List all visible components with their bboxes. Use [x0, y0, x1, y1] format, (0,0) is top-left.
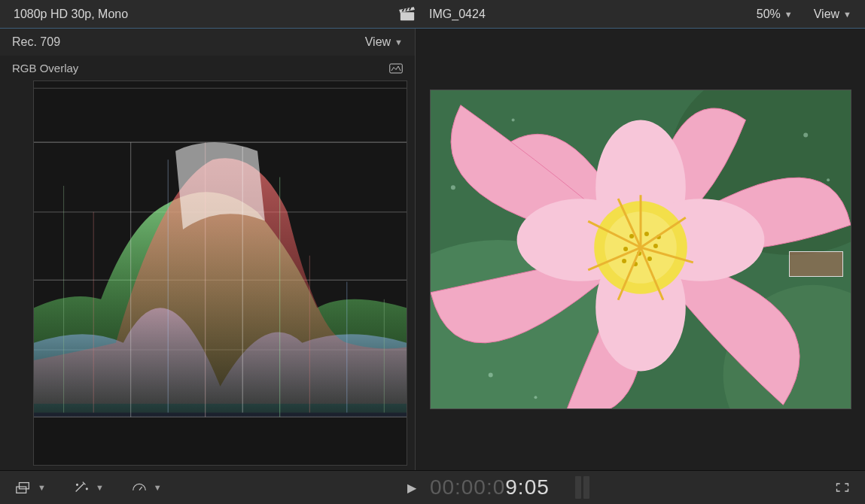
svg-point-23 [511, 119, 514, 122]
clip-appearance-tool[interactable]: ▼ [15, 480, 46, 495]
clip-name: IMG_0424 [429, 8, 486, 21]
svg-point-40 [623, 247, 628, 251]
zoom-value: 50% [757, 8, 781, 21]
svg-line-57 [139, 487, 142, 490]
svg-rect-1 [390, 64, 403, 73]
chevron-down-icon: ▼ [154, 483, 162, 492]
svg-point-55 [76, 484, 78, 485]
scopes-header: Rec. 709 View ▼ [0, 29, 415, 56]
svg-point-36 [629, 234, 634, 238]
scopes-view-dropdown[interactable]: View ▼ [365, 35, 403, 49]
chevron-down-icon: ▼ [96, 483, 104, 492]
svg-point-37 [644, 232, 648, 236]
color-picker-swatch[interactable] [789, 251, 843, 277]
timecode-dim: 00:00:0 [430, 475, 505, 499]
main-area: Rec. 709 View ▼ RGB Overlay 120 100 75 5… [0, 29, 865, 471]
viewer-pane [416, 29, 865, 470]
color-space-label: Rec. 709 [12, 35, 60, 49]
fullscreen-button[interactable] [835, 481, 850, 493]
waveform-display[interactable] [33, 80, 407, 466]
scopes-pane: Rec. 709 View ▼ RGB Overlay 120 100 75 5… [0, 29, 416, 470]
timecode-display[interactable]: 00:00:09:05 [430, 475, 550, 499]
svg-point-29 [534, 396, 537, 399]
retime-tool[interactable]: ▼ [131, 480, 162, 495]
view-label: View [814, 8, 839, 21]
svg-rect-53 [17, 487, 26, 493]
format-label: 1080p HD 30p, Mono [14, 8, 128, 21]
scope-chart: 120 100 75 50 25 0 -20 [0, 77, 415, 470]
chevron-down-icon: ▼ [394, 38, 403, 47]
chevron-down-icon: ▼ [843, 10, 851, 19]
svg-rect-54 [20, 483, 29, 489]
svg-point-38 [653, 244, 657, 248]
zoom-dropdown[interactable]: 50% ▼ [757, 8, 793, 21]
enhance-tool[interactable]: ▼ [73, 480, 104, 495]
play-button[interactable]: ▶ [407, 481, 416, 495]
transport-controls: ▶ 00:00:09:05 [162, 475, 835, 499]
svg-point-26 [827, 178, 830, 181]
svg-point-56 [86, 488, 87, 490]
scopes-view-label: View [365, 35, 391, 49]
overlay-mode-label: RGB Overlay [12, 62, 78, 74]
svg-point-43 [622, 259, 626, 263]
scope-settings-icon[interactable] [389, 62, 403, 74]
audio-meters[interactable] [575, 476, 589, 499]
bottom-toolbar: ▼ ▼ ▼ ▶ 00:00:09:05 [0, 471, 865, 504]
audio-meter-bar [575, 476, 581, 499]
svg-point-24 [450, 185, 455, 190]
chevron-down-icon: ▼ [784, 10, 793, 19]
clapperboard-icon [399, 6, 416, 23]
video-viewer[interactable] [430, 90, 851, 409]
svg-rect-0 [401, 12, 414, 20]
audio-meter-bar [583, 476, 589, 499]
timecode-bright: 9:05 [505, 475, 550, 499]
view-dropdown[interactable]: View ▼ [814, 8, 851, 21]
chevron-down-icon: ▼ [38, 483, 46, 492]
top-bar: 1080p HD 30p, Mono IMG_0424 50% ▼ View ▼ [0, 0, 865, 29]
svg-point-28 [488, 372, 492, 377]
svg-point-25 [803, 133, 808, 138]
scopes-subheader: RGB Overlay [0, 56, 415, 77]
svg-point-41 [647, 257, 651, 261]
